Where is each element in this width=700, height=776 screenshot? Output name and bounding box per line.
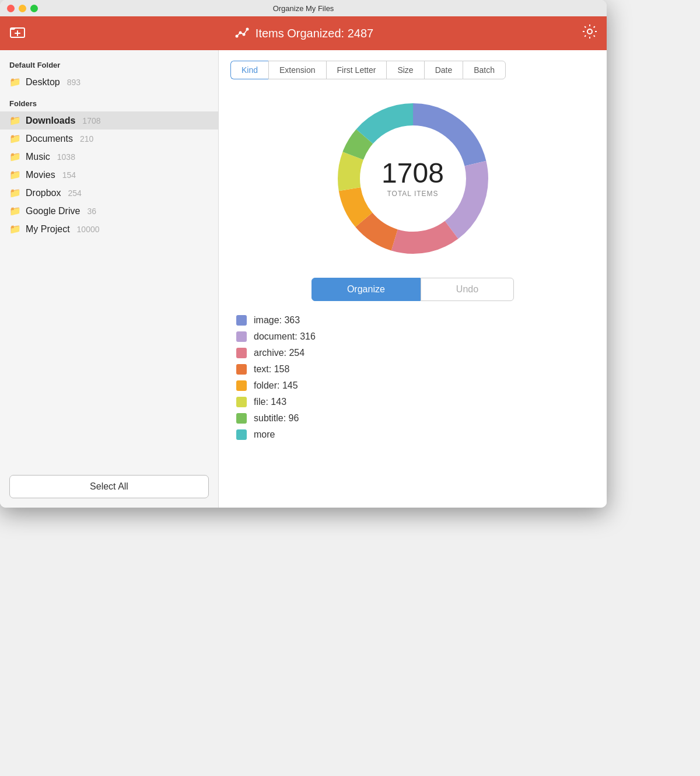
folder-icon: 📁 <box>9 76 21 88</box>
default-folder-label: Default Folder <box>0 61 218 69</box>
folder-icon: 📁 <box>9 205 21 216</box>
legend-item-more: more <box>236 429 595 440</box>
legend-color-document <box>236 331 247 342</box>
tab-kind[interactable]: Kind <box>230 61 268 79</box>
total-label: TOTAL ITEMS <box>382 190 444 198</box>
action-buttons: Organize Undo <box>230 278 595 301</box>
tab-size[interactable]: Size <box>386 61 424 79</box>
legend-color-subtitle <box>236 413 247 424</box>
legend-color-archive <box>236 348 247 358</box>
legend: image: 363 document: 316 archive: 254 te… <box>230 315 595 440</box>
legend-label-more: more <box>254 429 275 440</box>
legend-label-document: document: 316 <box>254 331 316 342</box>
folder-icon: 📁 <box>9 169 21 180</box>
legend-color-file <box>236 397 247 407</box>
sidebar-item-name: Movies <box>26 170 55 180</box>
tab-first-letter[interactable]: First Letter <box>326 61 387 79</box>
sidebar-item-count: 154 <box>62 170 76 180</box>
tab-date[interactable]: Date <box>424 61 463 79</box>
sidebar-item-music[interactable]: 📁 Music 1038 <box>0 148 218 166</box>
items-organized-text: Items Organized: 2487 <box>256 27 373 40</box>
legend-item-document: document: 316 <box>236 331 595 342</box>
legend-label-image: image: 363 <box>254 315 300 326</box>
tab-extension[interactable]: Extension <box>268 61 326 79</box>
chart-area: 1708 TOTAL ITEMS <box>230 91 595 266</box>
legend-item-archive: archive: 254 <box>236 348 595 358</box>
sidebar-item-documents[interactable]: 📁 Documents 210 <box>0 130 218 148</box>
traffic-lights <box>7 5 38 12</box>
close-button[interactable] <box>7 5 15 12</box>
sidebar-item-count: 1038 <box>57 152 75 162</box>
legend-color-more <box>236 429 247 440</box>
sidebar-item-name: Music <box>26 152 50 162</box>
legend-color-folder <box>236 380 247 391</box>
content-area: Kind Extension First Letter Size Date Ba… <box>219 50 607 508</box>
sidebar-item-count: 10000 <box>77 225 100 234</box>
legend-item-file: file: 143 <box>236 397 595 407</box>
sidebar-item-name: Downloads <box>26 116 75 126</box>
add-folder-icon[interactable] <box>9 23 26 43</box>
folder-icon: 📁 <box>9 187 21 198</box>
header-center: Items Organized: 2487 <box>235 25 373 43</box>
sidebar-item-count: 210 <box>80 134 93 144</box>
tab-bar: Kind Extension First Letter Size Date Ba… <box>230 61 595 79</box>
legend-label-text: text: 158 <box>254 364 289 375</box>
sidebar-item-name: Documents <box>26 134 73 144</box>
sidebar-item-dropbox[interactable]: 📁 Dropbox 254 <box>0 184 218 202</box>
title-bar: Organize My Files <box>0 0 607 16</box>
sidebar-item-myproject[interactable]: 📁 My Project 10000 <box>0 220 218 238</box>
minimize-button[interactable] <box>19 5 26 12</box>
sidebar-item-name: Desktop <box>26 77 60 88</box>
folder-icon: 📁 <box>9 151 21 162</box>
legend-label-archive: archive: 254 <box>254 348 304 358</box>
folder-icon: 📁 <box>9 133 21 144</box>
organize-button[interactable]: Organize <box>312 278 421 301</box>
sidebar-item-name: Google Drive <box>26 206 80 216</box>
sidebar: Default Folder 📁 Desktop 893 Folders 📁 D… <box>0 50 219 508</box>
header-bar: Items Organized: 2487 <box>0 16 607 50</box>
legend-item-text: text: 158 <box>236 364 595 375</box>
sidebar-item-movies[interactable]: 📁 Movies 154 <box>0 166 218 184</box>
legend-item-image: image: 363 <box>236 315 595 326</box>
sidebar-item-googledrive[interactable]: 📁 Google Drive 36 <box>0 202 218 220</box>
select-all-button[interactable]: Select All <box>9 475 209 498</box>
legend-color-text <box>236 364 247 375</box>
legend-item-subtitle: subtitle: 96 <box>236 413 595 424</box>
sidebar-item-count: 893 <box>67 78 80 87</box>
sidebar-item-name: My Project <box>26 224 70 235</box>
settings-icon[interactable] <box>582 24 597 43</box>
window-title: Organize My Files <box>273 4 334 13</box>
legend-label-file: file: 143 <box>254 397 286 407</box>
main-layout: Default Folder 📁 Desktop 893 Folders 📁 D… <box>0 50 607 508</box>
stats-icon <box>235 25 250 43</box>
donut-chart: 1708 TOTAL ITEMS <box>326 91 501 266</box>
legend-color-image <box>236 315 247 326</box>
sidebar-item-name: Dropbox <box>26 188 61 198</box>
donut-center: 1708 TOTAL ITEMS <box>382 159 444 198</box>
maximize-button[interactable] <box>30 5 38 12</box>
sidebar-item-count: 1708 <box>82 116 100 125</box>
svg-point-7 <box>587 29 592 34</box>
legend-label-folder: folder: 145 <box>254 380 298 391</box>
folder-icon: 📁 <box>9 223 21 235</box>
legend-item-folder: folder: 145 <box>236 380 595 391</box>
sidebar-item-desktop[interactable]: 📁 Desktop 893 <box>0 73 218 91</box>
total-count: 1708 <box>382 159 444 187</box>
legend-label-subtitle: subtitle: 96 <box>254 413 299 424</box>
folder-icon: 📁 <box>9 115 21 126</box>
undo-button[interactable]: Undo <box>421 278 514 301</box>
sidebar-item-downloads[interactable]: 📁 Downloads 1708 <box>0 111 218 130</box>
folders-label: Folders <box>0 99 218 108</box>
sidebar-item-count: 254 <box>68 188 81 198</box>
sidebar-item-count: 36 <box>87 207 96 216</box>
tab-batch[interactable]: Batch <box>463 61 506 79</box>
